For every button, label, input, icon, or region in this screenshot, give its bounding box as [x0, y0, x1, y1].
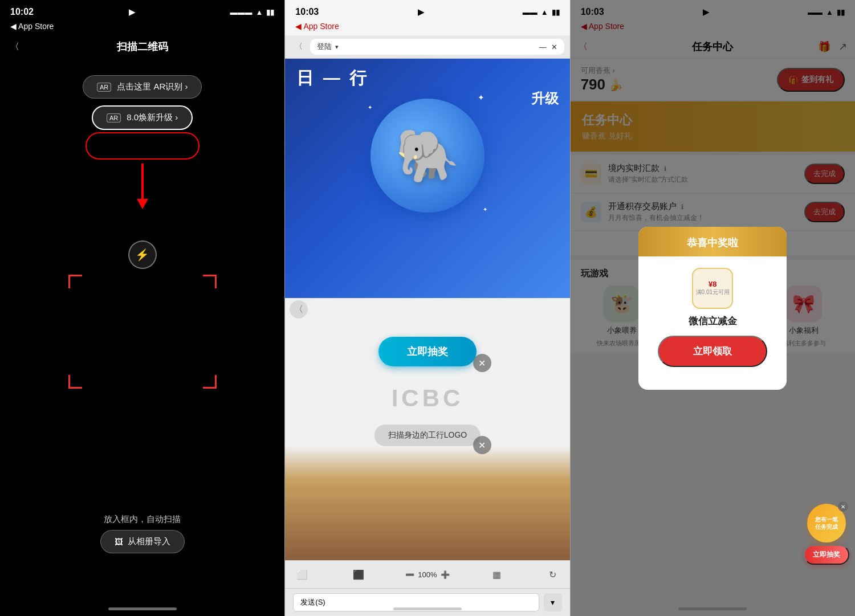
wallet-image-area: [285, 446, 569, 560]
arrow-head: [137, 199, 148, 209]
elephant-emoji: 🐘: [396, 126, 459, 186]
scanner-area: AR 点击这里 AR识别 › AR 8.0焕新升级 › ⚡ 放入框内，自动扫描: [0, 58, 284, 616]
wifi-icon-2: ▲: [541, 8, 548, 17]
browser-panel: 10:03 ▶ ▬▬ ▲ ▮▮ ◀ App Store 〈 登陆 ▾ — ✕ 〈…: [284, 0, 570, 616]
close-overlay-1[interactable]: ✕: [473, 354, 491, 372]
banner-sub-text: 升级: [531, 91, 559, 106]
app-store-bar-1[interactable]: ◀ App Store: [0, 19, 284, 35]
widget-draw-label: 立即抽奖: [813, 550, 840, 558]
import-label: 从相册导入: [128, 536, 170, 547]
ar-upgrade-btn[interactable]: AR 8.0焕新升级 ›: [92, 105, 193, 130]
close-overlay-2[interactable]: ✕: [473, 436, 491, 454]
close-icon-1: ✕: [478, 358, 486, 369]
browser-back-btn[interactable]: 〈: [291, 39, 307, 55]
corner-bl: [68, 375, 82, 389]
scan-hint: 放入框内，自动扫描: [0, 514, 284, 525]
task-center-panel: 10:03 ▶ ▬▬ ▲ ▮▮ ◀ App Store 〈 任务中心 🎁 ↗ 可…: [571, 0, 855, 616]
ar-buttons: AR 点击这里 AR识别 › AR 8.0焕新升级 ›: [83, 75, 202, 130]
send-bar: 发送(S) ▾: [285, 588, 569, 616]
banner-sub: 升级: [531, 89, 559, 108]
browser-grid-btn[interactable]: ▦: [487, 565, 506, 584]
scan-logo-label: 扫描身边的工行LOGO: [388, 430, 467, 439]
signal-icon: ▬▬▬: [230, 8, 252, 17]
widget-line2: 任务完成: [815, 523, 838, 531]
minimize-icon[interactable]: —: [539, 43, 547, 51]
signal-icon-2: ▬▬: [523, 8, 538, 17]
app-store-back-1[interactable]: ◀ App Store: [10, 22, 54, 31]
elephant-illustration: 🐘 ✦ ✦ ✦: [365, 87, 490, 224]
prize-popup-body: ¥8 满0.01元可用 微信立减金 立即领取: [638, 256, 787, 376]
nav-title-1: 扫描二维码: [117, 40, 168, 54]
app-store-bar-2[interactable]: ◀ App Store: [285, 19, 569, 35]
prize-icon-box: ¥8 满0.01元可用: [692, 268, 733, 309]
import-from-album-btn[interactable]: 🖼 从相册导入: [100, 530, 185, 553]
corner-tl: [68, 275, 82, 288]
ar-identify-label: 点击这里 AR识别 ›: [117, 81, 188, 92]
arrow-line: [141, 164, 144, 199]
status-bar-2: 10:03 ▶ ▬▬ ▲ ▮▮: [285, 0, 569, 19]
zoom-in-btn[interactable]: ➕: [441, 570, 450, 579]
browser-content: 〈 日 — 行 升级 🐘 ✦ ✦ ✦ 立即抽奖 ✕ ICBC: [285, 59, 569, 560]
claim-label: 立即领取: [693, 346, 732, 357]
zoom-out-btn[interactable]: ➖: [405, 570, 414, 579]
page-title-browser: 登陆: [317, 42, 332, 52]
lottery-button[interactable]: 立即抽奖: [378, 337, 477, 366]
send-dropdown[interactable]: ▾: [544, 593, 562, 611]
flash-icon: ⚡: [135, 248, 149, 262]
widget-draw-btn[interactable]: 立即抽奖: [804, 545, 849, 565]
banner-text: 日 — 行: [296, 68, 369, 87]
ar-upgrade-label: 8.0焕新升级 ›: [127, 112, 178, 123]
widget-close-btn[interactable]: ✕: [838, 501, 848, 512]
time-2: 10:03: [295, 7, 319, 17]
prize-unit: 满0.01元可用: [696, 288, 730, 296]
location-arrow-2: ▶: [418, 7, 424, 17]
floating-task-widget: 您有一笔 任务完成 ✕ 立即抽奖: [804, 504, 849, 565]
corner-br: [203, 375, 217, 389]
url-bar[interactable]: 登陆 ▾ — ✕: [310, 39, 564, 55]
time-1: 10:02: [10, 7, 34, 17]
zoom-bar: ➖ 100% ➕: [405, 570, 449, 579]
browser-frame-btn[interactable]: ⬛: [349, 565, 368, 584]
zoom-level: 100%: [418, 570, 437, 579]
ar-tag-2: AR: [107, 113, 121, 123]
flash-button[interactable]: ⚡: [128, 240, 157, 269]
status-bar-1: 10:02 ▶ ▬▬▬ ▲ ▮▮: [0, 0, 284, 19]
content-back-btn[interactable]: 〈: [290, 300, 308, 319]
home-indicator-2: [393, 607, 462, 610]
scan-logo-btn[interactable]: 扫描身边的工行LOGO: [374, 425, 481, 446]
close-icon-browser[interactable]: ✕: [551, 43, 557, 51]
browser-prev-btn[interactable]: ⬜: [293, 565, 311, 584]
browser-refresh-btn[interactable]: ↻: [544, 565, 562, 584]
prize-popup: 恭喜中奖啦 ¥8 满0.01元可用 微信立减金 立即领取: [638, 227, 787, 390]
scan-frame: [68, 275, 217, 389]
ar-identify-btn[interactable]: AR 点击这里 AR识别 ›: [83, 75, 202, 99]
nav-back-1[interactable]: 〈: [10, 41, 19, 53]
app-store-back-2[interactable]: ◀ App Store: [295, 22, 339, 31]
location-arrow-icon: ▶: [129, 7, 135, 17]
claim-btn[interactable]: 立即领取: [658, 336, 767, 367]
ar-tag-1: AR: [97, 83, 111, 92]
browser-bottom-bar: ⬜ ⬛ ➖ 100% ➕ ▦ ↻: [285, 560, 569, 588]
banner-title: 日 — 行: [296, 67, 369, 90]
widget-bubble-container: 您有一笔 任务完成 ✕: [807, 504, 846, 542]
corner-tr: [203, 275, 217, 288]
wifi-icon: ▲: [255, 8, 263, 17]
close-icon-2: ✕: [478, 440, 486, 451]
star-deco: ✦: [478, 93, 484, 102]
elephant-circle: 🐘: [370, 99, 484, 213]
qr-scanner-panel: 10:02 ▶ ▬▬▬ ▲ ▮▮ ◀ App Store 〈 扫描二维码 AR …: [0, 0, 284, 616]
lottery-btn-label: 立即抽奖: [407, 346, 448, 357]
browser-toolbar: 〈 登陆 ▾ — ✕: [285, 35, 569, 59]
status-icons-1: ▬▬▬ ▲ ▮▮: [230, 8, 274, 17]
battery-icon-2: ▮▮: [552, 8, 560, 17]
star-deco-2: ✦: [368, 104, 372, 111]
dropdown-icon: ▾: [335, 43, 339, 51]
prize-name: 微信立减金: [689, 315, 737, 328]
home-indicator-1: [108, 607, 177, 610]
widget-line1: 您有一笔: [815, 516, 838, 523]
red-highlight-box: [85, 132, 199, 160]
nav-bar-1: 〈 扫描二维码: [0, 35, 284, 58]
prize-title: 恭喜中奖啦: [650, 236, 775, 250]
prize-amount: ¥8: [709, 280, 716, 288]
prize-popup-header: 恭喜中奖啦: [638, 227, 787, 256]
